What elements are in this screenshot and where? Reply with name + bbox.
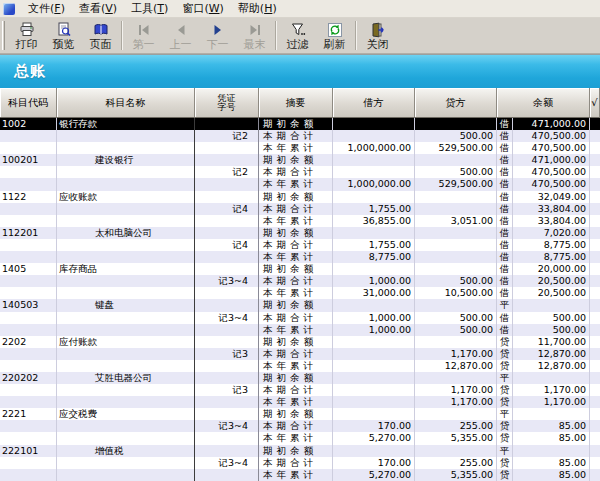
cell-balance[interactable]: 20,500.00 — [513, 275, 590, 287]
cell-code[interactable] — [0, 348, 57, 360]
cell-name[interactable] — [57, 215, 195, 227]
cell-balance[interactable]: 85.00 — [513, 420, 590, 432]
cell-voucher[interactable] — [195, 408, 259, 420]
cell-debit[interactable] — [333, 360, 415, 372]
cell-voucher[interactable] — [195, 372, 259, 384]
cell-credit[interactable] — [415, 251, 497, 263]
cell-voucher[interactable]: 记3~4 — [195, 275, 259, 287]
cell-debit[interactable]: 5,270.00 — [333, 432, 415, 444]
cell-name[interactable] — [57, 178, 195, 190]
cell-name[interactable]: 应交税费 — [57, 408, 195, 420]
table-row[interactable]: 记3本期合计1,170.00贷1,170.00 — [0, 384, 600, 396]
cell-voucher[interactable] — [195, 469, 259, 481]
cell-check[interactable] — [590, 408, 600, 420]
cell-voucher[interactable]: 记3 — [195, 384, 259, 396]
cell-code[interactable] — [0, 384, 57, 396]
cell-debit[interactable]: 31,000.00 — [333, 287, 415, 299]
cell-direction[interactable]: 平 — [497, 445, 513, 457]
cell-name[interactable] — [57, 251, 195, 263]
cell-credit[interactable]: 500.00 — [415, 275, 497, 287]
cell-credit[interactable]: 529,500.00 — [415, 178, 497, 190]
cell-direction[interactable]: 借 — [497, 227, 513, 239]
table-row[interactable]: 2221应交税费期初余额平 — [0, 408, 600, 420]
cell-check[interactable] — [590, 287, 600, 299]
cell-check[interactable] — [590, 372, 600, 384]
table-row[interactable]: 记3本期合计1,170.00贷12,870.00 — [0, 348, 600, 360]
cell-balance[interactable]: 85.00 — [513, 469, 590, 481]
cell-direction[interactable]: 借 — [497, 178, 513, 190]
cell-direction[interactable]: 借 — [497, 118, 513, 130]
cell-code[interactable] — [0, 312, 57, 324]
cell-credit[interactable]: 255.00 — [415, 457, 497, 469]
cell-check[interactable] — [590, 227, 600, 239]
cell-code[interactable] — [0, 420, 57, 432]
cell-check[interactable] — [590, 360, 600, 372]
cell-direction[interactable]: 贷 — [497, 336, 513, 348]
cell-voucher[interactable]: 记4 — [195, 203, 259, 215]
cell-direction[interactable]: 平 — [497, 408, 513, 420]
cell-direction[interactable]: 借 — [497, 154, 513, 166]
cell-credit[interactable]: 500.00 — [415, 166, 497, 178]
cell-code[interactable] — [0, 130, 57, 142]
cell-check[interactable] — [590, 251, 600, 263]
cell-direction[interactable]: 贷 — [497, 432, 513, 444]
cell-debit[interactable] — [333, 384, 415, 396]
cell-debit[interactable]: 1,000,000.00 — [333, 142, 415, 154]
cell-direction[interactable]: 贷 — [497, 469, 513, 481]
cell-check[interactable] — [590, 215, 600, 227]
cell-balance[interactable]: 12,870.00 — [513, 360, 590, 372]
cell-credit[interactable]: 3,051.00 — [415, 215, 497, 227]
cell-summary[interactable]: 本期合计 — [259, 275, 333, 287]
cell-voucher[interactable] — [195, 118, 259, 130]
cell-summary[interactable]: 期初余额 — [259, 299, 333, 311]
cell-direction[interactable]: 平 — [497, 372, 513, 384]
cell-voucher[interactable]: 记4 — [195, 239, 259, 251]
cell-direction[interactable]: 借 — [497, 166, 513, 178]
cell-balance[interactable]: 85.00 — [513, 432, 590, 444]
cell-summary[interactable]: 本期合计 — [259, 239, 333, 251]
cell-voucher[interactable] — [195, 299, 259, 311]
toolbar-button-1[interactable]: 打印 — [8, 18, 45, 53]
table-row[interactable]: 140503键盘期初余额平 — [0, 299, 600, 311]
cell-debit[interactable]: 1,000.00 — [333, 275, 415, 287]
cell-check[interactable] — [590, 118, 600, 130]
cell-debit[interactable]: 8,775.00 — [333, 251, 415, 263]
cell-balance[interactable]: 1,170.00 — [513, 384, 590, 396]
cell-credit[interactable] — [415, 191, 497, 203]
toolbar-button-8[interactable]: 过滤 — [279, 18, 316, 53]
cell-check[interactable] — [590, 469, 600, 481]
cell-summary[interactable]: 本年累计 — [259, 360, 333, 372]
cell-debit[interactable] — [333, 118, 415, 130]
cell-code[interactable] — [0, 251, 57, 263]
cell-credit[interactable] — [415, 336, 497, 348]
cell-credit[interactable]: 1,170.00 — [415, 384, 497, 396]
cell-balance[interactable]: 7,020.00 — [513, 227, 590, 239]
cell-direction[interactable]: 贷 — [497, 420, 513, 432]
cell-summary[interactable]: 本期合计 — [259, 420, 333, 432]
cell-balance[interactable]: 33,804.00 — [513, 215, 590, 227]
cell-name[interactable] — [57, 312, 195, 324]
cell-debit[interactable]: 1,000,000.00 — [333, 178, 415, 190]
cell-check[interactable] — [590, 336, 600, 348]
cell-credit[interactable]: 500.00 — [415, 324, 497, 336]
cell-credit[interactable]: 12,870.00 — [415, 360, 497, 372]
cell-name[interactable] — [57, 396, 195, 408]
cell-credit[interactable]: 529,500.00 — [415, 142, 497, 154]
cell-direction[interactable]: 借 — [497, 191, 513, 203]
cell-summary[interactable]: 本年累计 — [259, 469, 333, 481]
table-row[interactable]: 本年累计12,870.00贷12,870.00 — [0, 360, 600, 372]
cell-name[interactable]: 应收账款 — [57, 191, 195, 203]
cell-balance[interactable]: 470,500.00 — [513, 178, 590, 190]
cell-credit[interactable]: 500.00 — [415, 130, 497, 142]
menu-item-4[interactable]: 窗口(W) — [175, 0, 230, 17]
menu-item-5[interactable]: 帮助(H) — [231, 0, 284, 17]
cell-summary[interactable]: 本年累计 — [259, 287, 333, 299]
cell-voucher[interactable]: 记3 — [195, 348, 259, 360]
cell-name[interactable] — [57, 360, 195, 372]
table-row[interactable]: 本年累计5,270.005,355.00贷85.00 — [0, 469, 600, 481]
cell-balance[interactable] — [513, 299, 590, 311]
cell-direction[interactable]: 借 — [497, 324, 513, 336]
cell-name[interactable]: 银行存款 — [57, 118, 195, 130]
toolbar-button-9[interactable]: 刷新 — [316, 18, 353, 53]
cell-debit[interactable]: 1,755.00 — [333, 239, 415, 251]
